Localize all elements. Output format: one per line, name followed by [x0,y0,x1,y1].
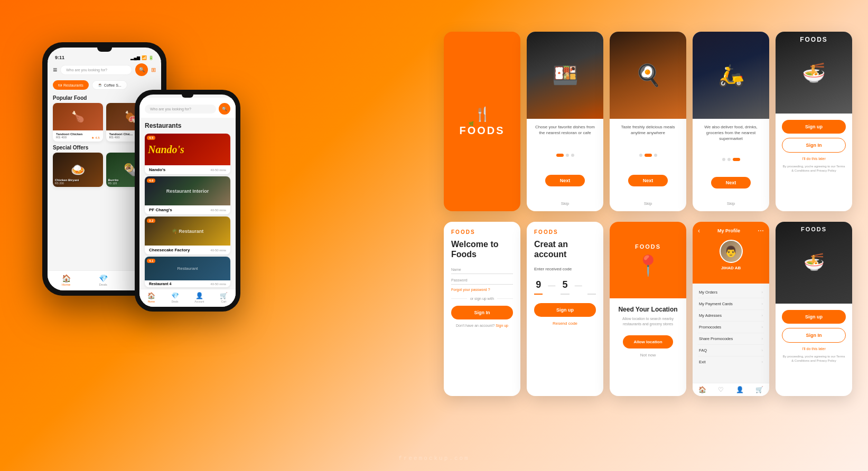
food-card-1[interactable]: 🍗 Tandoori Chicken RS 400 ★ 4.5 [53,103,103,142]
profile-menu-item-7[interactable]: Exit› [698,356,764,368]
profile-screen: ‹ My Profile ⋯ 👨 JIHAD AB My Orders› My … [693,222,769,396]
location-logo: FOODS [635,243,661,250]
profile-bnav-cart[interactable]: 🛒 [755,386,763,393]
code-box-3[interactable] [587,276,596,295]
profile-menu-item-4[interactable]: Promocodes› [698,322,764,333]
offers-splash-logo: FOODS [801,226,827,232]
rest-name-4: Restaurant 4 [149,282,171,286]
signup-landing-screen: 🍜 FOODS Sign up Sign In I'll do this lat… [776,32,852,211]
location-desc: Allow location to search nearby restaura… [617,316,679,327]
rest-time-2: 40-50 mins [210,209,226,212]
onboard-text-1: Chose your favorite dishes from the near… [533,124,597,136]
small-phone: Who are you looking for? 🔍 Restaurants N… [135,90,240,312]
onboard-next-1[interactable]: Next [545,175,585,186]
location-title: Need Your Location [618,306,677,313]
password-label: Password [451,278,513,282]
rest-search-btn[interactable]: 🔍 [219,103,230,115]
status-bar: 9:11 ▂▄▆ 📶 🔋 [48,52,161,61]
profile-menu-item-1[interactable]: My Orders› [698,287,764,298]
onboard-skip-3[interactable]: Skip [727,201,735,206]
rest-search-bar[interactable]: Who are you looking for? [145,105,216,114]
snav-home[interactable]: 🏠 Home [147,292,155,303]
not-now-link[interactable]: Not now [640,353,656,357]
offers-signin-btn[interactable]: Sign In [782,328,846,343]
profile-screen-title: My Profile [717,228,740,233]
register-screen: FOODS Creat an account Enter received co… [527,222,603,396]
resend-code-link[interactable]: Resend code [534,321,596,326]
create-account-text: Don't have an account? Sign up [451,324,513,327]
watermark: freemockup.com [398,455,469,461]
profile-menu-item-5[interactable]: Share Promocodes› [698,333,764,345]
rating-badge-3: 3.2 [147,219,155,223]
login-foods-logo: FOODS [451,229,513,235]
rest-name-3: Cheesecake Factory [149,248,190,252]
code-box-1[interactable]: 9 [534,276,543,295]
signup-link[interactable]: Sign up [496,324,508,327]
snav-account[interactable]: 👤 Account [194,292,204,303]
filter-button[interactable]: ⊞ [151,67,156,73]
profile-back-icon[interactable]: ‹ [698,227,700,234]
onboarding-screen-3: 🛵 We also deliver food, drinks, grocerie… [693,32,769,211]
signin-btn-landing[interactable]: Sign In [782,138,846,153]
onboarding-screen-2: 🍳 Taste freshly delicious meals anytime … [610,32,686,211]
allow-location-btn[interactable]: Allow location [623,335,673,348]
profile-menu-item-3[interactable]: My Adresses› [698,310,764,322]
menu-icon[interactable]: ≡ [53,65,57,74]
snav-cart[interactable]: 🛒 Cart [220,292,228,303]
signup-logo: FOODS [800,36,828,43]
food-price-2: RS 400 [109,136,120,139]
restaurant-card-1[interactable]: Nando's 4.5 Nando's 40-50 mins [145,134,230,174]
splash-logo-icon: 🍴 [474,106,491,123]
nav-deals[interactable]: 💎 Deals [99,274,108,286]
signup-register-btn[interactable]: Sign up [534,303,596,317]
onboard-text-3: We also deliver food, drinks, groceries … [699,124,763,142]
status-time: 9:11 [55,55,64,60]
snav-deals[interactable]: 💎 Deals [171,292,179,303]
phone-notch-small [182,95,193,98]
name-label: Name [451,268,513,271]
rating-badge-4: 4.1 [147,259,155,263]
profile-bnav-account[interactable]: 👤 [736,386,744,393]
skip-link-landing[interactable]: I'll do this later [782,157,846,161]
signup-btn-landing[interactable]: Sign up [782,120,846,134]
terms-text: By proceeding, you're agreeing to our Te… [782,165,846,173]
search-button[interactable]: 🔍 [135,63,148,76]
restaurant-card-3[interactable]: 🌴 Restaurant 3.2 Cheesecake Factory 40-5… [145,216,230,255]
profile-more-icon[interactable]: ⋯ [758,227,764,234]
restaurant-card-2[interactable]: Restaurant Interior 4.6 PF Chang's 40-50… [145,176,230,214]
special-card-1[interactable]: 🍛 Chicken Biryani RS 200 [53,153,103,187]
signin-button[interactable]: Sign In [451,306,513,319]
onboard-skip-2[interactable]: Skip [644,201,652,206]
onboard-skip-1[interactable]: Skip [561,201,570,206]
splash-logo-text: FO🌿ODS [459,125,505,137]
code-separator: — [548,281,555,289]
register-title: Creat an account [534,239,596,259]
category-restaurants[interactable]: 🍽Restaurants [53,80,89,90]
onboard-text-2: Taste freshly delicious meals anytime an… [616,124,680,136]
forgot-password-link[interactable]: Forgot your password ? [451,288,513,291]
category-coffee[interactable]: ☕Coffee S... [92,80,127,90]
offers-terms: By proceeding, you're agreeing to our Te… [782,355,846,363]
profile-menu-item-6[interactable]: FAQ› [698,345,764,356]
signup-food-img: 🍜 [802,62,826,84]
restaurant-card-4[interactable]: Restaurant 4.1 Restaurant 4 40-50 mins [145,257,230,287]
phone-notch [97,48,112,52]
profile-bnav-deals[interactable]: ♡ [718,386,724,393]
nav-home[interactable]: 🏠 Home [62,274,71,286]
profile-menu-item-2[interactable]: My Payment Cards› [698,298,764,310]
small-phone-screen: Who are you looking for? 🔍 Restaurants N… [139,95,236,307]
splash-screen: 🍴 FO🌿ODS [444,32,520,211]
profile-bnav-home[interactable]: 🏠 [698,386,706,393]
location-pin-icon: 📍 [636,254,660,277]
rest-name-1: Nando's [149,167,165,172]
rating-badge-1: 4.5 [147,136,155,140]
offers-skip-link[interactable]: I'll do this later [782,347,846,351]
code-box-2[interactable]: 5 [561,276,569,295]
offers-signup-btn[interactable]: Sign up [782,310,846,324]
special-price-2: RS 120 [108,182,119,185]
search-bar[interactable]: Who are you looking for? [60,65,132,75]
onboarding-screen-1: 🍱 Chose your favorite dishes from the ne… [527,32,603,211]
onboard-next-2[interactable]: Next [628,175,668,186]
location-screen: FOODS 📍 Need Your Location Allow locatio… [610,222,686,396]
onboard-next-3[interactable]: Next [711,177,751,189]
